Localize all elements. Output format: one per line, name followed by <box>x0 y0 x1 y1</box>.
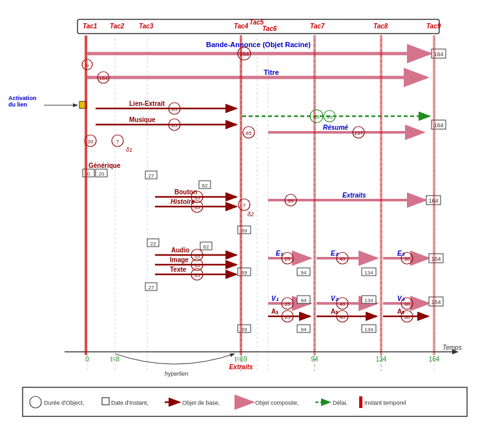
diagram-container: Tac1 Tac2 Tac3 Tac4 Tac5 Tac6 Tac7 Tac8 … <box>0 0 489 448</box>
legend-instant-label: Instant temporel <box>364 400 406 406</box>
tac4-c7: 7 <box>243 203 246 209</box>
v1-label: V₁ <box>271 295 279 302</box>
lien-extrait-label: Lien-Extrait <box>129 100 165 107</box>
musique-label: Musique <box>129 116 156 123</box>
legend-duree-label: Durée d'Object, <box>44 400 84 406</box>
e3-dur: 30 <box>404 256 410 262</box>
svg-rect-85 <box>240 36 242 355</box>
svg-rect-88 <box>433 36 435 355</box>
legend-base-label: Objet de base, <box>182 400 220 406</box>
lien-dur: 65 <box>172 107 178 112</box>
time-0: 0 <box>85 356 89 363</box>
generique-label: Générique <box>88 162 121 169</box>
box-134c: 134 <box>364 327 373 332</box>
musique-dur: 65 <box>172 123 178 128</box>
svg-rect-95 <box>359 396 362 408</box>
texte-dur: 35 <box>194 272 200 278</box>
histoire-label: Histoire <box>171 198 195 205</box>
box-27: 27 <box>149 285 154 290</box>
v3-dur: 30 <box>404 301 410 307</box>
gen-c7: 7 <box>116 139 120 145</box>
a1-dur: 25 <box>285 314 291 320</box>
svg-rect-86 <box>313 36 316 355</box>
time-t8: t=8 <box>110 356 120 363</box>
svg-rect-0 <box>0 0 489 448</box>
titre-dur: 164 <box>99 76 108 81</box>
resume-dur: 137 <box>354 130 363 136</box>
e1-dur: 25 <box>285 256 291 262</box>
gen-box27: 27 <box>149 173 154 179</box>
resume-start: 65 <box>246 130 252 136</box>
time-extraits: Extraits <box>229 363 253 371</box>
tac1-label: Tac1 <box>83 23 98 30</box>
audio-dur: 35 <box>194 253 200 259</box>
activation-label-1: Activation <box>8 95 37 101</box>
legend-delai-label: Délai, <box>333 400 348 406</box>
last-164: 164 <box>431 299 441 305</box>
gen-box62: 62 <box>202 183 208 188</box>
e2-dur: 40 <box>340 256 346 262</box>
delta2: δ2 <box>247 211 254 218</box>
box-94c: 94 <box>301 327 307 332</box>
histoire-dur: 35 <box>194 205 200 210</box>
box-94b: 94 <box>301 298 307 303</box>
tac4-label: Tac4 <box>234 23 249 30</box>
a1-label: A₁ <box>271 308 278 315</box>
tac8-label: Tac8 <box>373 23 388 30</box>
tac3-label: Tac3 <box>139 23 154 30</box>
box-134b: 134 <box>364 298 373 303</box>
tac7-label: Tac7 <box>310 23 325 30</box>
delta1: δ1 <box>126 147 132 153</box>
time-164: 164 <box>429 356 440 363</box>
extraits-label: Extraits <box>342 192 366 199</box>
image-dur: 35 <box>194 263 200 269</box>
temps-label: Temps <box>442 344 462 351</box>
delta3-val: 99 <box>327 114 333 120</box>
audio-label: Audio <box>171 247 189 254</box>
bouton-dur: 35 <box>194 195 200 201</box>
texte-label: Texte <box>170 266 187 273</box>
hyperlien-label: hyperlien <box>165 371 189 377</box>
time-94: 94 <box>311 356 318 363</box>
resume-label: Résumé <box>323 124 348 131</box>
svg-rect-91 <box>102 398 109 405</box>
gen-c20: 20 <box>88 139 94 145</box>
gen-box20: 20 <box>99 171 105 177</box>
box-22: 22 <box>151 241 156 247</box>
legend-composite-label: Objet composite, <box>255 400 299 406</box>
activation-label-2: du lien <box>8 101 27 108</box>
a3-dur: 30 <box>404 314 410 320</box>
v1-dur: 25 <box>285 301 291 307</box>
gen-box0: 0 <box>87 171 90 177</box>
svg-rect-87 <box>380 36 382 355</box>
time-t69: t=69 <box>234 356 247 363</box>
image-label: Image <box>170 256 189 263</box>
box-62b: 62 <box>203 244 209 250</box>
tac2-label: Tac2 <box>110 23 125 30</box>
v2-dur: 40 <box>340 301 346 307</box>
bande-annonce-label: Bande-Annonce (Objet Racine) <box>206 41 311 48</box>
box-134a: 134 <box>364 270 373 276</box>
a2-dur: 40 <box>340 314 346 320</box>
box-94a: 94 <box>301 270 307 276</box>
legend-date-label: Date d'Instant, <box>111 400 149 406</box>
svg-rect-84 <box>85 36 87 355</box>
tac9-label: Tac9 <box>426 23 441 30</box>
extraits-dur: 95 <box>288 198 294 204</box>
tac6-label: Tac6 <box>262 25 277 32</box>
e-end-164: 164 <box>431 256 441 262</box>
time-134: 134 <box>376 356 387 363</box>
titre-label: Titre <box>264 68 279 76</box>
